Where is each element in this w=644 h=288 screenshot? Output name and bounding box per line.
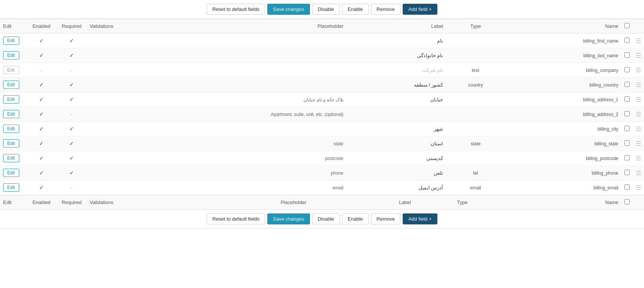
row-checkbox-8[interactable] [624,155,630,160]
select-all-checkbox-top[interactable] [624,23,630,28]
check-required-icon: ✓ [69,96,74,102]
col-footer-check [621,195,633,210]
type-cell-row-9: tel [446,166,505,180]
checkbox-cell-row-0[interactable] [621,34,633,48]
drag-cell-row-4[interactable]: ☰ [633,92,644,107]
edit-button-row-4[interactable]: Edit [3,95,19,104]
bottom-toolbar: Reset to default fields Save changes Dis… [0,210,644,229]
drag-handle-icon[interactable]: ☰ [636,96,641,103]
drag-cell-row-2[interactable]: ☰ [633,63,644,78]
drag-handle-icon[interactable]: ☰ [636,155,641,162]
required-cell-row-5: - [57,107,87,122]
check-enabled-icon: ✓ [39,155,44,161]
drag-cell-row-0[interactable]: ☰ [633,34,644,48]
disable-button-bottom[interactable]: Disable [312,213,340,224]
name-cell-row-7: billing_state [505,136,621,151]
drag-handle-icon[interactable]: ☰ [636,67,641,73]
table-row: Edit✓✓کشور / منطقهcountrybilling_country… [0,78,644,92]
add-field-button-bottom[interactable]: Add field + [403,213,437,224]
enable-button-bottom[interactable]: Enable [342,213,368,224]
drag-handle-icon[interactable]: ☰ [636,126,641,132]
reset-default-button-top[interactable]: Reset to default fields [207,4,265,15]
row-checkbox-10[interactable] [624,184,630,190]
edit-button-row-3[interactable]: Edit [3,81,19,89]
type-cell-row-0 [446,34,505,48]
edit-button-row-1[interactable]: Edit [3,51,19,59]
check-enabled-icon: ✓ [39,38,44,44]
drag-handle-icon[interactable]: ☰ [636,170,641,176]
add-field-button-top[interactable]: Add field + [403,4,437,15]
row-checkbox-2[interactable] [624,67,630,72]
required-cell-row-3: ✓ [57,78,87,92]
reset-default-button-bottom[interactable]: Reset to default fields [207,213,265,224]
drag-cell-row-5[interactable]: ☰ [633,107,644,122]
validations-cell-row-2 [87,63,124,78]
table-footer-header-row: Edit Enabled Required Validations Placeh… [0,195,644,210]
row-checkbox-5[interactable] [624,111,630,116]
col-header-check [621,19,633,34]
row-checkbox-0[interactable] [624,38,630,43]
edit-button-row-8[interactable]: Edit [3,154,19,162]
drag-handle-icon[interactable]: ☰ [636,140,641,147]
row-checkbox-7[interactable] [624,140,630,146]
drag-cell-row-7[interactable]: ☰ [633,136,644,151]
drag-cell-row-3[interactable]: ☰ [633,78,644,92]
drag-cell-row-8[interactable]: ☰ [633,151,644,166]
edit-button-row-10[interactable]: Edit [3,183,19,192]
enable-button-top[interactable]: Enable [342,4,368,15]
checkbox-cell-row-8[interactable] [621,151,633,166]
save-changes-button-top[interactable]: Save changes [267,4,310,15]
remove-button-bottom[interactable]: Remove [371,213,400,224]
checkbox-cell-row-2[interactable] [621,63,633,78]
checkbox-cell-row-9[interactable] [621,166,633,180]
row-checkbox-3[interactable] [624,82,630,87]
checkbox-cell-row-1[interactable] [621,48,633,63]
drag-handle-icon[interactable]: ☰ [636,184,641,191]
row-checkbox-4[interactable] [624,96,630,102]
checkbox-cell-row-4[interactable] [621,92,633,107]
label-cell-row-9: تلفن [347,166,446,180]
table-row: Edit✓✓نام خانوادگیbilling_last_name☰ [0,48,644,63]
type-cell-row-2: text [446,63,505,78]
dash-enabled: - [41,67,42,73]
top-toolbar: Reset to default fields Save changes Dis… [0,0,644,19]
required-cell-row-0: ✓ [57,34,87,48]
placeholder-cell-row-0 [124,34,347,48]
checkbox-cell-row-5[interactable] [621,107,633,122]
save-changes-button-bottom[interactable]: Save changes [267,213,310,224]
drag-handle-icon[interactable]: ☰ [636,111,641,117]
validations-cell-row-10 [87,180,124,195]
row-checkbox-1[interactable] [624,52,630,58]
edit-button-row-7[interactable]: Edit [3,139,19,148]
disable-button-top[interactable]: Disable [312,4,340,15]
edit-button-row-6[interactable]: Edit [3,125,19,133]
label-cell-row-0: نام [347,34,446,48]
drag-cell-row-1[interactable]: ☰ [633,48,644,63]
col-header-label: Label [347,19,446,34]
row-checkbox-6[interactable] [624,126,630,131]
required-cell-row-1: ✓ [57,48,87,63]
remove-button-top[interactable]: Remove [371,4,400,15]
select-all-checkbox-bottom[interactable] [624,199,630,204]
edit-button-row-0[interactable]: Edit [3,37,19,45]
check-enabled-icon: ✓ [39,126,44,132]
drag-handle-icon[interactable]: ☰ [636,38,641,44]
edit-button-row-5[interactable]: Edit [3,110,19,118]
name-cell-row-3: billing_country [505,78,621,92]
drag-cell-row-9[interactable]: ☰ [633,166,644,180]
enabled-cell-row-6: ✓ [26,122,57,136]
drag-handle-icon[interactable]: ☰ [636,52,641,59]
checkbox-cell-row-3[interactable] [621,78,633,92]
type-cell-row-3: country [446,78,505,92]
edit-button-row-9[interactable]: Edit [3,169,19,177]
check-required-icon: ✓ [69,82,74,88]
row-checkbox-9[interactable] [624,170,630,175]
checkbox-cell-row-10[interactable] [621,180,633,195]
table-row: Edit✓✓نامbilling_first_name☰ [0,34,644,48]
checkbox-cell-row-7[interactable] [621,136,633,151]
drag-cell-row-6[interactable]: ☰ [633,122,644,136]
col-footer-drag [633,195,644,210]
drag-cell-row-10[interactable]: ☰ [633,180,644,195]
drag-handle-icon[interactable]: ☰ [636,82,641,88]
checkbox-cell-row-6[interactable] [621,122,633,136]
